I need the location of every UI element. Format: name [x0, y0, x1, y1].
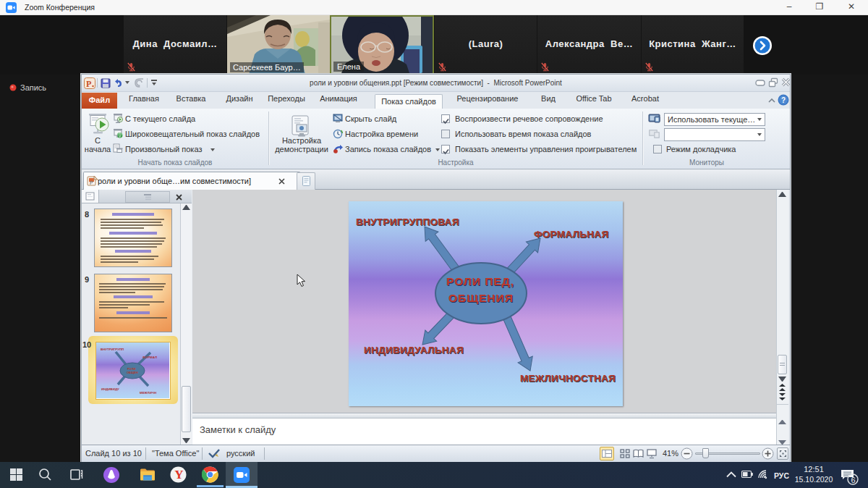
svg-text:6: 6: [851, 476, 856, 484]
svg-text:ФОРМАЛЬНАЯ: ФОРМАЛЬНАЯ: [534, 229, 608, 240]
svg-text:Y: Y: [174, 468, 183, 481]
svg-text:ОБЩЕН: ОБЩЕН: [127, 371, 138, 374]
svg-text:ОБЩЕНИЯ: ОБЩЕНИЯ: [448, 292, 514, 304]
svg-text:?: ?: [781, 96, 786, 104]
svg-text:P: P: [90, 180, 93, 185]
svg-text:МЕЖЛИЧНОСТНАЯ: МЕЖЛИЧНОСТНАЯ: [520, 373, 616, 384]
svg-text:МЕЖЛИЧН: МЕЖЛИЧН: [140, 391, 156, 395]
svg-text:ИНДИВИДУАЛЬНАЯ: ИНДИВИДУАЛЬНАЯ: [364, 345, 464, 356]
svg-text:РОЛИ ПЕД,: РОЛИ ПЕД,: [446, 275, 514, 287]
svg-text:ВНУТРИГРУППОВАЯ: ВНУТРИГРУППОВАЯ: [356, 216, 459, 227]
svg-text:ФОРМАЛ: ФОРМАЛ: [142, 356, 157, 359]
svg-text:ВНУТРИГРУПП: ВНУТРИГРУПП: [101, 348, 124, 351]
svg-text:ИНДИВИДУ: ИНДИВИДУ: [101, 387, 119, 391]
